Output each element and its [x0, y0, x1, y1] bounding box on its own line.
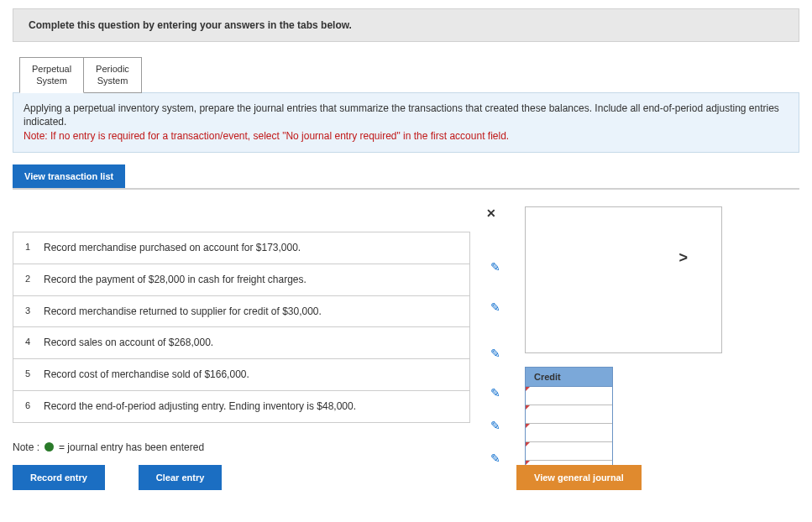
credit-column-header: Credit: [525, 367, 613, 387]
transaction-item[interactable]: 4 Record sales on account of $268,000.: [13, 327, 469, 359]
record-entry-button[interactable]: Record entry: [13, 465, 105, 490]
note-label: Note :: [13, 441, 39, 453]
transaction-text: Record merchandise returned to supplier …: [44, 305, 458, 319]
transaction-number: 2: [25, 273, 44, 287]
transaction-number: 6: [25, 399, 44, 414]
edit-icon-column: ✕ ✎ ✎ ✎ ✎ ✎ ✎: [483, 206, 508, 475]
transaction-text: Record sales on account of $268,000.: [44, 336, 458, 350]
entered-dot-icon: [45, 442, 54, 452]
edit-icon[interactable]: ✎: [490, 347, 500, 360]
instruction-header: Complete this question by entering your …: [13, 8, 799, 42]
view-transaction-list-button[interactable]: View transaction list: [13, 164, 125, 188]
transaction-text: Record the payment of $28,000 in cash fo…: [44, 273, 458, 287]
transaction-text: Record cost of merchandise sold of $166,…: [44, 368, 458, 382]
transaction-item[interactable]: 2 Record the payment of $28,000 in cash …: [13, 264, 469, 296]
edit-icon[interactable]: ✎: [490, 300, 500, 314]
transaction-text: Record merchandise purchased on account …: [44, 241, 458, 255]
scenario-note-text: If no entry is required for a transactio…: [48, 130, 509, 142]
transaction-list: 1 Record merchandise purchased on accoun…: [13, 232, 470, 423]
tab-periodic[interactable]: PeriodicSystem: [83, 57, 142, 93]
tab-periodic-label: PeriodicSystem: [96, 64, 129, 86]
scenario-main-text: Applying a perpetual inventory system, p…: [24, 102, 779, 128]
transaction-item[interactable]: 3 Record merchandise returned to supplie…: [13, 296, 469, 328]
tab-perpetual[interactable]: PerpetualSystem: [19, 57, 84, 93]
transaction-number: 5: [25, 368, 44, 382]
transaction-text: Record the end-of-period adjusting entry…: [44, 399, 458, 414]
transaction-item[interactable]: 6 Record the end-of-period adjusting ent…: [13, 391, 469, 422]
transaction-item[interactable]: 1 Record merchandise purchased on accoun…: [13, 232, 469, 264]
entry-account-box[interactable]: >: [525, 206, 722, 353]
instruction-header-text: Complete this question by entering your …: [29, 19, 352, 31]
credit-input-cell[interactable]: [526, 387, 612, 405]
edit-icon[interactable]: ✎: [490, 452, 500, 465]
chevron-right-icon[interactable]: >: [678, 249, 688, 267]
transaction-number: 1: [25, 241, 44, 255]
note-text: = journal entry has been entered: [59, 441, 204, 453]
scenario-instruction: Applying a perpetual inventory system, p…: [13, 92, 799, 153]
view-general-journal-button[interactable]: View general journal: [516, 465, 642, 490]
edit-icon[interactable]: ✎: [490, 386, 500, 399]
transaction-item[interactable]: 5 Record cost of merchandise sold of $16…: [13, 359, 469, 391]
edit-icon[interactable]: ✎: [490, 260, 500, 274]
tab-perpetual-label: PerpetualSystem: [32, 64, 71, 86]
tab-bar: PerpetualSystem PeriodicSystem: [19, 57, 799, 93]
work-area: 1 Record merchandise purchased on accoun…: [13, 188, 799, 507]
edit-icon[interactable]: ✎: [490, 419, 500, 432]
transaction-number: 3: [25, 305, 44, 319]
transaction-number: 4: [25, 336, 44, 350]
clear-entry-button[interactable]: Clear entry: [139, 465, 222, 490]
credit-input-cell[interactable]: [526, 424, 612, 442]
scenario-note-label: Note:: [24, 130, 48, 142]
journal-entry-panel: > Credit: [525, 206, 722, 480]
credit-input-cell[interactable]: [526, 405, 612, 424]
close-icon[interactable]: ✕: [486, 206, 498, 218]
credit-input-cell[interactable]: [526, 442, 612, 461]
